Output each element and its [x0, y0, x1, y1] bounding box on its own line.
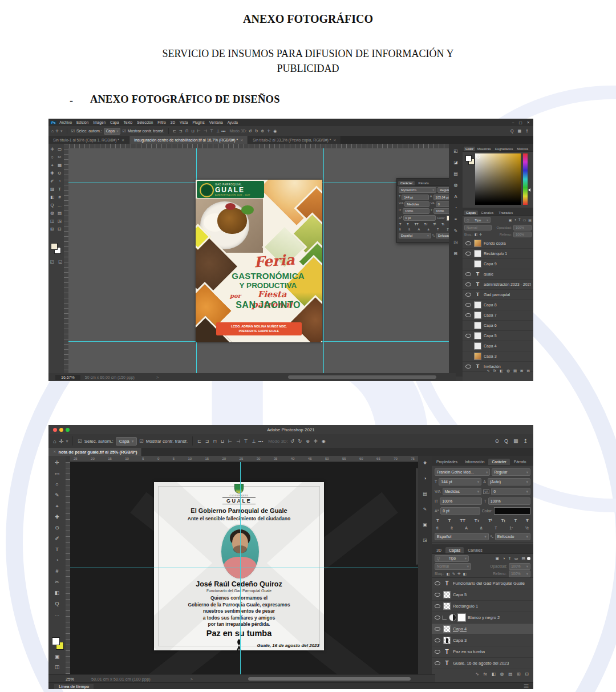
layer-row[interactable]: Rectángulo 1 — [432, 601, 533, 612]
tool-icon[interactable]: ◰ — [48, 258, 56, 265]
visibility-toggle[interactable] — [434, 627, 441, 631]
tool-icon[interactable]: ◱ — [57, 258, 64, 265]
fg-swatch-mini[interactable] — [465, 155, 472, 161]
menu-item[interactable]: Plugins — [192, 120, 204, 124]
visibility-toggle[interactable] — [465, 252, 472, 256]
menu-item[interactable]: Edición — [76, 120, 88, 124]
layer-row[interactable]: T Funcionario del Gad Parroquial Guale — [432, 578, 533, 589]
type-style-icon[interactable]: Tт — [424, 222, 428, 226]
lock-move-icon[interactable]: ✛ — [457, 572, 460, 576]
kerning-field[interactable]: Medidas▾ — [443, 488, 482, 495]
menu-item[interactable]: Ayuda — [228, 120, 238, 124]
tool-icon[interactable]: ◳ — [56, 217, 63, 225]
tool-icon[interactable]: ⌖ — [48, 161, 56, 169]
panel-strip-icon[interactable]: ▤ — [452, 170, 460, 177]
mode-3d-icon[interactable]: ◉ — [322, 439, 326, 444]
visibility-toggle[interactable] — [434, 616, 441, 620]
panel-strip-icon[interactable]: ◔ — [452, 204, 460, 212]
visibility-toggle[interactable] — [465, 282, 472, 286]
visibility-toggle[interactable] — [465, 241, 472, 245]
visibility-toggle[interactable] — [434, 604, 441, 608]
color-panel-tab[interactable]: Color — [464, 147, 475, 151]
document-tab[interactable]: Sin título-2 al 33,3% (Previo copia, RGB… — [248, 136, 341, 144]
opentype-icon[interactable]: T — [495, 526, 497, 530]
zoom-level[interactable]: 25% — [66, 677, 74, 682]
antialias-dropdown[interactable]: Enfocado▾ — [436, 233, 449, 238]
tool-icon[interactable]: ⊙ — [52, 524, 62, 532]
fill-field[interactable]: 100%▾ — [509, 570, 530, 577]
tool-icon[interactable]: ▦ — [56, 161, 63, 169]
layers-action-icon[interactable]: ◧ — [500, 369, 503, 373]
layer-row[interactable]: Capa 8 — [463, 300, 533, 310]
layers-action-icon[interactable]: ⊞ — [517, 671, 520, 677]
layers-action-icon[interactable]: fx — [484, 671, 487, 677]
opentype-icon[interactable]: 1ˢ — [447, 228, 449, 231]
mode-3d-icon[interactable]: ⊕ — [261, 129, 265, 133]
visibility-toggle[interactable] — [465, 293, 472, 297]
layers-action-icon[interactable]: ⊞ — [520, 369, 523, 373]
tool-icon[interactable]: ▭ — [52, 470, 62, 477]
layer-row[interactable]: Capa 6 — [463, 321, 533, 331]
layer-row[interactable]: Capa 3 — [432, 635, 533, 646]
align-icon[interactable]: ⊔ — [221, 439, 224, 444]
tool-icon[interactable]: ✛ — [48, 145, 56, 153]
align-icon[interactable]: ⊔ — [191, 129, 194, 133]
layers-action-icon[interactable]: ∿ — [487, 369, 490, 373]
photoshop-logo[interactable]: Ps — [50, 121, 56, 124]
visibility-toggle[interactable] — [434, 581, 441, 585]
opentype-icon[interactable]: ſt — [408, 228, 410, 231]
home-icon[interactable]: ⌂ — [53, 438, 56, 444]
font-family-dropdown[interactable]: Myriad Pro▾ — [399, 187, 436, 193]
layer-row[interactable]: Capa 4 — [432, 624, 533, 635]
layers-panel-tab[interactable]: Capas — [445, 547, 464, 553]
foreground-color-swatch[interactable] — [52, 637, 60, 645]
panel-strip-icon[interactable]: A — [452, 193, 460, 200]
horizontal-scrollbar[interactable] — [248, 677, 411, 681]
font-size-field[interactable]: 144 pt▾ — [439, 478, 481, 485]
text-color-swatch[interactable] — [447, 216, 449, 221]
filter-type-icon[interactable]: T — [508, 556, 510, 561]
visibility-toggle[interactable] — [434, 650, 441, 654]
more-options-icon[interactable]: ••• — [221, 129, 225, 133]
tab-character[interactable]: Carácter — [398, 181, 415, 185]
panel-strip-icon[interactable]: ❖ — [422, 459, 429, 467]
tool-icon[interactable]: Q — [52, 600, 62, 608]
filter-type-icon[interactable]: ▭ — [523, 218, 526, 222]
toolbar-right-icon[interactable]: ↥ — [523, 438, 528, 444]
toolbar-right-icon[interactable]: ↥ — [525, 129, 529, 133]
visibility-toggle[interactable] — [465, 365, 472, 369]
color-panel-tab[interactable]: Motivos — [515, 147, 530, 151]
guide-vertical[interactable] — [240, 462, 241, 674]
layer-row[interactable]: T Guale, 16 de agosto del 2023 — [432, 658, 533, 669]
document-tab[interactable]: Inauguración centro de rehabilitación.ti… — [129, 136, 248, 144]
layer-filter-dropdown[interactable]: Q Tipo ▾ — [464, 217, 491, 223]
layer-row[interactable]: T Gad parroquial — [463, 290, 533, 300]
opentype-icon[interactable]: fi — [399, 228, 401, 231]
toolbar-right-icon[interactable]: ⊙ — [495, 438, 499, 444]
panel-strip-icon[interactable]: ◑ — [422, 475, 429, 482]
align-icon[interactable]: ⊥ — [252, 439, 256, 444]
opentype-icon[interactable]: 1ˢ — [509, 526, 513, 530]
align-icon[interactable]: ⊤ — [210, 129, 213, 133]
foreground-color-swatch[interactable] — [51, 243, 58, 250]
panel-strip-icon[interactable]: ◪ — [452, 159, 460, 166]
layers-action-icon[interactable]: ▤ — [508, 671, 512, 677]
lock-move-icon[interactable]: ✛ — [479, 233, 482, 236]
layers-action-icon[interactable]: ⊟ — [525, 671, 529, 677]
status-arrow-icon[interactable]: > — [191, 677, 193, 682]
tool-icon[interactable]: ⌖ — [52, 503, 62, 510]
align-icon[interactable]: ⊥ — [216, 129, 220, 133]
tool-icon[interactable]: ○ — [52, 481, 62, 488]
mode-3d-icon[interactable]: ✛ — [267, 129, 270, 133]
move-tool-icon[interactable]: ✛ — [55, 129, 59, 133]
window-control-icon[interactable]: ✕ — [527, 120, 530, 125]
menu-item[interactable]: Filtro — [157, 120, 165, 124]
panel-strip-icon[interactable]: ✎ — [422, 505, 429, 513]
tool-icon[interactable]: ▣ — [54, 653, 61, 661]
type-style-icon[interactable]: T — [436, 518, 439, 523]
tracking-field[interactable]: 0▾ — [491, 488, 530, 495]
menu-item[interactable]: Imagen — [93, 120, 106, 124]
kerning-field[interactable]: Medidas — [404, 201, 429, 207]
opentype-icon[interactable]: fi — [436, 526, 439, 530]
filter-type-icon[interactable]: ▤ — [521, 556, 525, 561]
